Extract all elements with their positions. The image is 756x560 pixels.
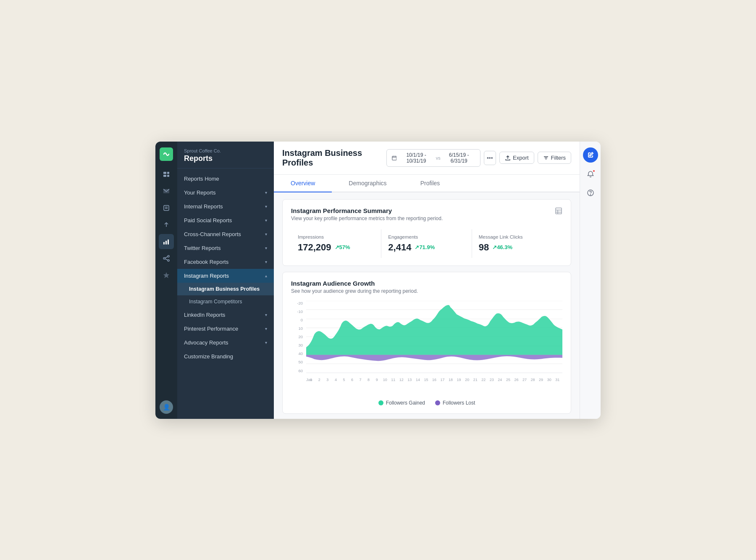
- chevron-icon: ▾: [265, 326, 267, 331]
- svg-rect-1: [163, 175, 166, 177]
- audience-growth-chart: 60 50 40 30 20 10 0 -10 -20: [291, 301, 562, 385]
- sidebar-item-facebook-reports[interactable]: Facebook Reports ▾: [177, 255, 274, 269]
- x-label-23: 23: [488, 378, 496, 382]
- perf-summary-subtitle: View your key profile performance metric…: [291, 216, 443, 221]
- chart-svg-area: 1 2 3 4 5 6 7 8 9 10 11 12 13: [306, 301, 562, 373]
- svg-point-38: [590, 195, 591, 195]
- svg-rect-3: [167, 175, 169, 177]
- x-label-5: 5: [340, 378, 348, 382]
- nav-icon-star[interactable]: [159, 268, 174, 283]
- sidebar-sub-instagram-business[interactable]: Instagram Business Profiles: [177, 283, 274, 295]
- sidebar-item-instagram-reports[interactable]: Instagram Reports ▴: [177, 269, 274, 283]
- chevron-icon: ▾: [265, 260, 267, 264]
- filters-button[interactable]: Filters: [538, 152, 571, 164]
- main-content: Instagram Business Profiles 10/1/19 - 10…: [274, 142, 580, 419]
- sidebar-item-reports-home[interactable]: Reports Home: [177, 172, 274, 186]
- date-range-button[interactable]: 10/1/19 - 10/31/19 vs 6/15/19 - 6/31/19: [386, 149, 480, 167]
- date-compare: 6/15/19 - 6/31/19: [443, 152, 475, 164]
- chart-legend: Followers Gained Followers Lost: [291, 400, 562, 406]
- nav-icon-home[interactable]: [159, 167, 174, 182]
- tab-overview[interactable]: Overview: [274, 175, 332, 192]
- filters-label: Filters: [551, 155, 566, 161]
- x-label-21: 21: [471, 378, 480, 382]
- metric-impressions-value: 172,209 ↗57%: [298, 242, 374, 253]
- help-button[interactable]: [584, 186, 597, 200]
- main-header: Instagram Business Profiles 10/1/19 - 10…: [274, 142, 580, 175]
- nav-icon-social[interactable]: [159, 251, 174, 266]
- svg-marker-16: [163, 272, 169, 278]
- nav-icon-publish[interactable]: [159, 217, 174, 232]
- legend-dot-lost: [435, 400, 440, 405]
- chevron-icon: ▾: [265, 204, 267, 209]
- x-label-7: 7: [356, 378, 365, 382]
- nav-icon-inbox[interactable]: [159, 184, 174, 199]
- export-icon: [505, 155, 511, 161]
- tabs-bar: Overview Demographics Profiles: [274, 175, 580, 192]
- help-icon: [587, 189, 594, 197]
- svg-rect-0: [163, 172, 166, 174]
- right-action-bar: [580, 142, 601, 419]
- x-label-2: 2: [315, 378, 324, 382]
- notifications-button[interactable]: [584, 168, 597, 181]
- sidebar: Sprout Coffee Co. Reports Reports Home Y…: [177, 142, 274, 419]
- metric-engagements-change: ↗71.9%: [415, 244, 435, 250]
- x-month-label: Jan: [306, 378, 312, 382]
- sidebar-sub-instagram-competitors[interactable]: Instagram Competitors: [177, 295, 274, 308]
- table-view-icon[interactable]: [555, 207, 562, 217]
- tab-demographics[interactable]: Demographics: [332, 175, 403, 192]
- compose-button[interactable]: [583, 147, 598, 163]
- sidebar-item-pinterest[interactable]: Pinterest Performance ▾: [177, 322, 274, 336]
- export-label: Export: [513, 155, 529, 161]
- svg-point-12: [168, 255, 169, 257]
- sidebar-item-paid-social[interactable]: Paid Social Reports ▾: [177, 213, 274, 227]
- sidebar-item-your-reports[interactable]: Your Reports ▾: [177, 186, 274, 200]
- sidebar-item-cross-channel[interactable]: Cross-Channel Reports ▾: [177, 227, 274, 241]
- date-current: 10/1/19 - 10/31/19: [399, 152, 433, 164]
- sidebar-nav: Reports Home Your Reports ▾ Internal Rep…: [177, 168, 274, 367]
- app-logo: [160, 147, 173, 161]
- x-label-3: 3: [323, 378, 332, 382]
- audience-growth-subtitle: See how your audience grew during the re…: [291, 288, 562, 294]
- more-options-button[interactable]: •••: [484, 151, 496, 165]
- sidebar-item-internal-reports[interactable]: Internal Reports ▾: [177, 200, 274, 213]
- metric-link-clicks: Message Link Clicks 98 ↗46.3%: [472, 229, 562, 258]
- sidebar-item-linkedin-reports[interactable]: LinkedIn Reports ▾: [177, 308, 274, 322]
- x-label-24: 24: [496, 378, 504, 382]
- header-actions: 10/1/19 - 10/31/19 vs 6/15/19 - 6/31/19 …: [386, 149, 571, 167]
- x-label-18: 18: [446, 378, 455, 382]
- metric-link-clicks-label: Message Link Clicks: [479, 234, 556, 239]
- metric-engagements-label: Engagements: [388, 234, 465, 239]
- tab-profiles[interactable]: Profiles: [404, 175, 457, 192]
- calendar-icon: [392, 155, 397, 161]
- sidebar-header: Sprout Coffee Co. Reports: [177, 142, 274, 168]
- sidebar-item-customize-branding[interactable]: Customize Branding: [177, 350, 274, 363]
- svg-rect-17: [392, 156, 396, 160]
- company-name: Sprout Coffee Co.: [184, 148, 267, 153]
- x-label-29: 29: [537, 378, 545, 382]
- rail-bottom: 👤: [160, 400, 173, 414]
- chevron-icon: ▾: [265, 246, 267, 250]
- audience-growth-card: Instagram Audience Growth See how your a…: [282, 272, 571, 414]
- metric-impressions-label: Impressions: [298, 234, 374, 239]
- chevron-icon: ▾: [265, 340, 267, 345]
- nav-icon-reports[interactable]: [159, 234, 174, 249]
- icon-rail: 👤: [155, 142, 177, 419]
- sidebar-item-advocacy-reports[interactable]: Advocacy Reports ▾: [177, 336, 274, 350]
- user-avatar[interactable]: 👤: [160, 400, 173, 414]
- sidebar-item-twitter-reports[interactable]: Twitter Reports ▾: [177, 241, 274, 255]
- filter-icon: [543, 155, 549, 161]
- svg-rect-25: [556, 208, 562, 214]
- svg-rect-2: [167, 172, 169, 174]
- nav-icon-tasks[interactable]: [159, 200, 174, 216]
- x-label-16: 16: [430, 378, 438, 382]
- svg-line-15: [165, 259, 168, 260]
- legend-followers-lost: Followers Lost: [435, 400, 475, 406]
- x-label-31: 31: [553, 378, 562, 382]
- x-label-8: 8: [365, 378, 373, 382]
- export-button[interactable]: Export: [499, 152, 534, 164]
- svg-point-13: [168, 260, 169, 261]
- x-label-26: 26: [512, 378, 521, 382]
- metric-link-clicks-value: 98 ↗46.3%: [479, 242, 556, 253]
- x-label-17: 17: [438, 378, 447, 382]
- x-label-30: 30: [545, 378, 554, 382]
